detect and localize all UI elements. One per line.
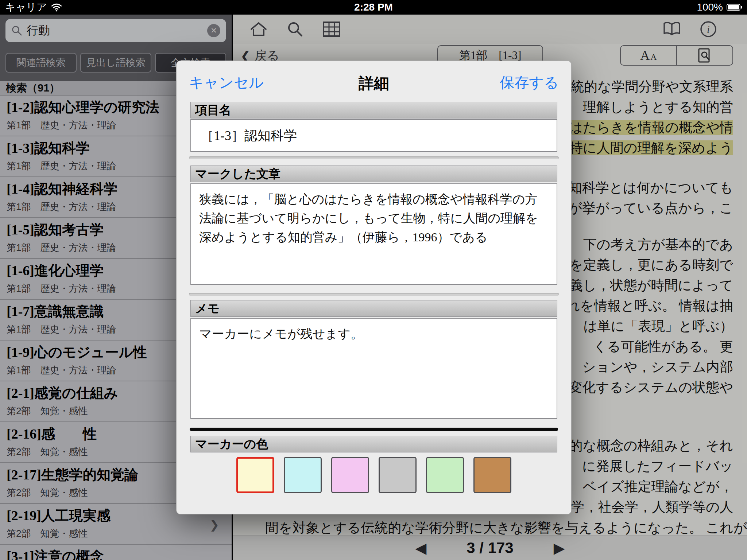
color-swatch-cyan[interactable] [284,457,322,493]
section-rule [190,428,558,431]
clock: 2:28 PM [0,0,747,15]
save-button[interactable]: 保存する [500,73,559,93]
section-divider [189,293,559,296]
item-name-field[interactable]: ［1-3］認知科学 [190,119,557,152]
marker-color-swatches [177,457,571,493]
item-name-section-header: 項目名 [190,102,557,118]
marked-text-display: 狭義には，「脳と心のはたらきを情報の概念や情報科学の方法論に基づいて明らかにし，… [190,183,557,285]
battery-percent: 100% [697,1,723,13]
memo-section-header: メモ [190,300,557,317]
marker-color-section-header: マーカーの色 [190,436,557,452]
color-swatch-magenta[interactable] [331,457,369,493]
memo-field[interactable]: マーカーにメモが残せます。 [190,318,557,419]
battery-icon [727,4,743,11]
color-swatch-gray[interactable] [379,457,417,493]
section-divider [189,156,559,159]
color-swatch-brown[interactable] [473,457,511,493]
color-swatch-yellow[interactable] [236,457,274,493]
status-bar: キャリア 2:28 PM 100% [0,0,747,15]
screen: キャリア 2:28 PM 100% [0,0,747,560]
marker-detail-dialog: キャンセル 詳細 保存する 項目名 ［1-3］認知科学 マークした文章 狭義には… [176,61,572,514]
color-swatch-green[interactable] [426,457,464,493]
marked-text-section-header: マークした文章 [190,166,557,182]
